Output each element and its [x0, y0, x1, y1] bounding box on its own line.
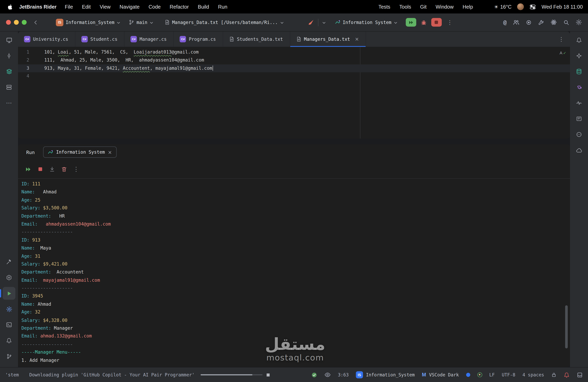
tool-stripe-structure[interactable] — [3, 81, 15, 94]
tool-stripe-settings[interactable] — [3, 303, 15, 315]
lock-icon[interactable] — [551, 372, 556, 378]
record-icon[interactable] — [526, 19, 532, 25]
menu-item-view[interactable]: View — [95, 4, 115, 10]
tool-stripe-plugins[interactable] — [573, 81, 585, 94]
menu-item-refactor[interactable]: Refactor — [165, 4, 193, 10]
menu-item-navigate[interactable]: Navigate — [115, 4, 144, 10]
app-name[interactable]: JetBrains Rider — [19, 4, 57, 10]
menu-item-git[interactable]: Git — [416, 4, 431, 10]
scroll-to-end-button[interactable] — [47, 164, 57, 174]
tool-stripe-build-tools[interactable] — [3, 256, 15, 268]
tool-stripe-ai-chat[interactable] — [573, 50, 585, 62]
cancel-download-icon[interactable] — [266, 373, 270, 377]
editor-tab-Managers_Data.txt[interactable]: Managers_Data.txt× — [290, 32, 366, 47]
statusbar-fragment[interactable]: 'stem — [5, 372, 19, 377]
statusbar-project[interactable]: IS Information_System — [356, 371, 415, 378]
zoom-window-button[interactable] — [22, 20, 27, 25]
more-actions-icon[interactable]: ⋮ — [445, 19, 454, 26]
minimize-window-button[interactable] — [14, 20, 19, 25]
vcs-branch-widget[interactable]: main — [129, 19, 153, 25]
notifications-tray-icon[interactable] — [577, 372, 583, 378]
tool-stripe-terminal[interactable] — [3, 319, 15, 331]
tools-icon[interactable] — [538, 19, 544, 25]
tool-stripe-profiler[interactable] — [573, 97, 585, 110]
download-progress-bar — [201, 374, 262, 376]
analysis-ok-icon[interactable] — [311, 372, 317, 378]
project-widget[interactable]: IS Information_System — [56, 19, 120, 26]
run-button[interactable] — [406, 18, 416, 27]
indent-setting[interactable]: 4 spaces — [522, 372, 544, 377]
editor-tab-Students_Data.txt[interactable]: Students_Data.txt — [223, 32, 290, 47]
tool-stripe-services[interactable] — [3, 271, 15, 284]
close-icon[interactable]: × — [108, 149, 112, 155]
editor-tab-Manager.cs[interactable]: C#Manager.cs — [125, 32, 174, 47]
menu-item-build[interactable]: Build — [193, 4, 214, 10]
tab-options-icon[interactable]: ⋮ — [557, 36, 566, 42]
clear-button[interactable] — [59, 164, 69, 174]
editor-tab-Student.cs[interactable]: C#Student.cs — [75, 32, 125, 47]
highlight-mode-icon[interactable] — [324, 372, 331, 378]
workspace: ⋯ C#University.csC#Student.csC#Manager.c… — [0, 32, 588, 367]
editor-tab-University.cs[interactable]: C#University.cs — [18, 32, 75, 47]
caret-position[interactable]: 3:63 — [338, 372, 349, 377]
file-encoding[interactable]: UTF-8 — [502, 372, 515, 377]
tool-stripe-database[interactable] — [573, 65, 585, 78]
more-button[interactable]: ⋮ — [71, 164, 81, 174]
apple-menu-icon[interactable] — [8, 4, 13, 10]
editor-line[interactable]: 1101, Loai, 51, Male, 7561, CS, Loaijara… — [18, 48, 570, 56]
search-icon[interactable] — [563, 19, 569, 25]
menu-item-help[interactable]: Help — [458, 4, 477, 10]
tool-stripe-notifications[interactable] — [573, 34, 585, 47]
menu-item-code[interactable]: Code — [144, 4, 165, 10]
menu-item-tests[interactable]: Tests — [374, 4, 395, 10]
menu-item-window[interactable]: Window — [431, 4, 458, 10]
scrollbar-thumb[interactable] — [565, 305, 568, 348]
settings-icon[interactable] — [576, 19, 582, 26]
editor-line[interactable]: 3913, Maya, 31, Female, 9421, Accountent… — [18, 64, 570, 72]
tool-stripe-packages[interactable] — [3, 65, 15, 78]
color-scheme-selector[interactable]: M VSCode Dark — [422, 372, 459, 378]
menu-item-run[interactable]: Run — [214, 4, 232, 10]
menubar-clock[interactable]: Wed Feb 18 11:00 — [542, 4, 583, 10]
tab-close-icon[interactable]: × — [355, 36, 359, 42]
editor-line[interactable]: 2111, Ahmad, 25, Male, 3500, HR, ahmadya… — [18, 56, 570, 64]
open-file-widget[interactable]: Managers_Data.txt [/Users/bateman/Ri... — [165, 19, 284, 25]
run-tab[interactable]: Information System × — [43, 146, 116, 158]
ai-assistant-icon[interactable]: @ — [503, 19, 507, 26]
tool-stripe-documentation[interactable] — [573, 113, 585, 125]
tool-stripe-run[interactable] — [3, 287, 15, 300]
tool-stripe-copilot[interactable] — [573, 128, 585, 141]
line-ending[interactable]: LF — [489, 372, 495, 377]
tool-stripe-more[interactable]: ⋯ — [3, 97, 15, 110]
user-avatar[interactable] — [517, 3, 524, 10]
rerun-button[interactable] — [23, 164, 33, 174]
tool-stripe-project[interactable] — [3, 34, 15, 47]
code-with-me-icon[interactable] — [513, 19, 519, 26]
editor-line[interactable]: 4 — [18, 72, 570, 80]
close-window-button[interactable] — [6, 20, 11, 25]
menu-item-edit[interactable]: Edit — [77, 4, 95, 10]
tool-stripe-version-control[interactable] — [3, 350, 15, 363]
status-dot[interactable] — [466, 373, 470, 377]
chevron-down-icon[interactable] — [322, 21, 326, 25]
text-editor[interactable]: A ✓ 1101, Loai, 51, Male, 7561, CS, Loai… — [18, 47, 570, 139]
run-configuration-selector[interactable]: Information System — [335, 19, 398, 25]
science-icon[interactable]: < ellipse cx="8" cy="8" rx="6.5" ry="2.6… — [551, 19, 557, 26]
run-with-icon[interactable] — [308, 19, 314, 26]
tool-stripe-problems[interactable] — [3, 334, 15, 347]
stop-button[interactable] — [431, 18, 442, 27]
debug-button[interactable] — [420, 19, 427, 25]
caret — [213, 66, 213, 71]
weather-widget[interactable]: ☀16°C — [494, 4, 512, 10]
menu-item-file[interactable]: File — [60, 4, 77, 10]
notifications-alert-icon[interactable] — [564, 372, 570, 378]
plugin-status-icon[interactable] — [477, 372, 482, 377]
stop-button[interactable] — [35, 164, 45, 174]
back-icon[interactable] — [33, 19, 39, 25]
control-center-icon[interactable] — [530, 4, 536, 10]
menu-item-tools[interactable]: Tools — [395, 4, 416, 10]
editor-tab-Program.cs[interactable]: C#Program.cs — [174, 32, 223, 47]
tool-stripe-commit[interactable] — [3, 50, 15, 62]
tool-stripe-cloud[interactable] — [573, 144, 585, 157]
console-output[interactable]: ID: 111Name: AhmadAge: 25Salary: $3,500.… — [18, 179, 570, 367]
